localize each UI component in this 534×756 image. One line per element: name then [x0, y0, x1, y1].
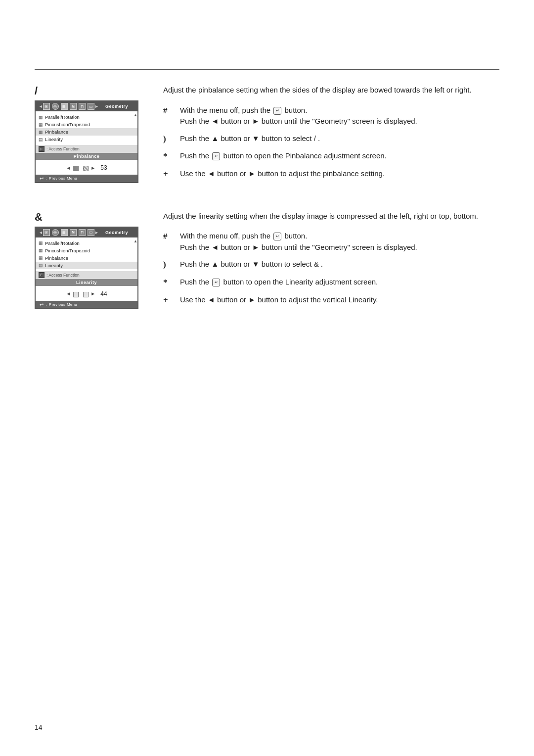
item-icon-2-1: ▦	[39, 240, 43, 245]
monitor-box-linearity: ◄ ⊞ ◎ ▦ M ⊓ ▭ ► Geometry	[35, 227, 138, 309]
monitor-icon-2-6: ▭	[88, 229, 94, 236]
monitor-icon-1: ⊞	[43, 103, 50, 110]
section-pinbalance: / ◄ ⊞ ◎ ▦ M ⊓ ▭ ► Geometry	[35, 85, 499, 186]
monitor-access-bar-1: F : Access Function	[36, 145, 137, 153]
monitor-panel-linearity: & ◄ ⊞ ◎ ▦ M ⊓ ▭ ► Geometry	[35, 211, 138, 309]
menu-item-parallel-2: ▦ Parallel/Rotation	[36, 239, 83, 247]
step-item-4a: + Use the ◄ button or ► button to adjust…	[163, 168, 499, 180]
step-text-3a: Push the ↵ button to open the Pinbalance…	[180, 150, 387, 162]
monitor-submenu-title-2: Linearity	[36, 279, 137, 286]
monitor-menu-list-1: ▦ Parallel/Rotation ▲ ▦ Pincushion/Trape…	[36, 111, 137, 145]
prev-menu-label-1: :	[45, 176, 47, 181]
menu-row-1: ▦ Parallel/Rotation ▲	[36, 113, 137, 121]
enter-btn-3a: ↵	[212, 152, 220, 160]
prev-menu-text-2: Previous Menu	[49, 302, 77, 307]
menu-item-lin-1: ▤ Linearity	[36, 136, 137, 143]
value-shape-right-1: ▧	[83, 164, 89, 172]
monitor-access-bar-2: F : Access Function	[36, 271, 137, 279]
step-marker-2b: )	[163, 259, 174, 271]
instructions-panel-pinbalance: Adjust the pinbalance setting when the s…	[163, 85, 499, 186]
monitor-icon-2-3: ▦	[61, 229, 68, 236]
menu-item-pinbal-2: ▦ Pinbalance	[36, 254, 137, 262]
monitor-icon-4: M	[70, 103, 77, 110]
monitor-submenu-title-1: Pinbalance	[36, 153, 137, 160]
access-icon-2: F	[39, 272, 44, 278]
value-shape-left-2: ▤	[73, 290, 79, 298]
instructions-panel-linearity: Adjust the linearity setting when the di…	[163, 211, 499, 312]
step-marker-2a: )	[163, 133, 174, 145]
menu-label-pinbal-1: Pinbalance	[45, 129, 68, 135]
step-marker-3b: *	[163, 277, 174, 288]
step-text-4a: Use the ◄ button or ► button to adjust t…	[180, 168, 385, 180]
step-text-4b: Use the ◄ button or ► button to adjust t…	[180, 294, 378, 306]
monitor-icon-2-1: ⊞	[43, 229, 50, 236]
step-item-1a: # With the menu off, push the ↵ button. …	[163, 105, 499, 127]
step-text-2a: Push the ▲ button or ▼ button to select …	[180, 133, 320, 144]
value-bar-1: ▥ ▧	[73, 164, 89, 172]
scroll-up-2: ▲	[134, 239, 137, 247]
monitor-value-area-1: ◄ ▥ ▧ ► 53	[36, 160, 137, 175]
menu-item-lin-2: ▤ Linearity	[36, 262, 137, 269]
monitor-icon-2-2: ◎	[52, 229, 59, 236]
step-text-1b: With the menu off, push the ↵ button. Pu…	[180, 231, 417, 253]
enter-btn-1b: ↵	[273, 233, 281, 240]
menu-item-pinbal-1: ▦ Pinbalance	[36, 128, 137, 136]
section-symbol-linearity: &	[35, 211, 138, 224]
menu-item-parallel-1: ▦ Parallel/Rotation	[36, 113, 83, 121]
menu-label-parallel-2: Parallel/Rotation	[45, 240, 80, 246]
enter-btn-3b: ↵	[212, 279, 220, 286]
monitor-icon-2: ◎	[52, 103, 59, 110]
monitor-arrow-left-icon-2: ◄	[39, 230, 43, 235]
monitor-arrow-right-icon: ►	[94, 104, 99, 109]
item-icon-2-4: ▤	[39, 263, 43, 268]
section-linearity: & ◄ ⊞ ◎ ▦ M ⊓ ▭ ► Geometry	[35, 211, 499, 312]
page-container: / ◄ ⊞ ◎ ▦ M ⊓ ▭ ► Geometry	[0, 0, 534, 756]
step-marker-4b: +	[163, 294, 174, 306]
access-label-1: : Access Function	[46, 146, 80, 151]
value-number-1: 53	[100, 164, 107, 171]
monitor-prev-menu-1: ↩ : Previous Menu	[36, 175, 137, 182]
menu-label-pinc-2: Pincushion/Trapezoid	[45, 248, 90, 253]
monitor-value-area-2: ◄ ▤ ▤ ► 44	[36, 286, 137, 301]
prev-icon-2: ↩	[40, 302, 44, 307]
item-icon-1: ▦	[39, 115, 43, 120]
monitor-arrow-left-icon: ◄	[39, 104, 43, 109]
monitor-box-pinbalance: ◄ ⊞ ◎ ▦ M ⊓ ▭ ► Geometry	[35, 100, 138, 183]
monitor-geometry-title-2: Geometry	[99, 230, 134, 235]
prev-menu-text-1: Previous Menu	[49, 176, 77, 181]
menu-item-pinc-1: ▦ Pincushion/Trapezoid	[36, 121, 137, 128]
monitor-menu-list-2: ▦ Parallel/Rotation ▲ ▦ Pincushion/Trape…	[36, 237, 137, 271]
access-label-2: : Access Function	[46, 273, 80, 278]
monitor-icon-5: ⊓	[79, 103, 86, 110]
step-marker-4a: +	[163, 168, 174, 180]
item-icon-4: ▤	[39, 137, 43, 142]
step-text-3b: Push the ↵ button to open the Linearity …	[180, 277, 378, 288]
monitor-arrow-right-icon-2: ►	[94, 230, 99, 235]
monitor-icons-2: ⊞ ◎ ▦ M ⊓ ▭	[43, 229, 94, 236]
value-arrow-right-2: ►	[90, 291, 95, 296]
menu-label-lin-1: Linearity	[45, 137, 63, 142]
intro-text-pinbalance: Adjust the pinbalance setting when the s…	[163, 85, 499, 96]
value-bar-2: ▤ ▤	[73, 290, 89, 298]
item-icon-3: ▦	[39, 130, 43, 135]
monitor-prev-menu-2: ↩ : Previous Menu	[36, 301, 137, 308]
monitor-icon-2-5: ⊓	[79, 229, 86, 236]
monitor-top-bar-2: ◄ ⊞ ◎ ▦ M ⊓ ▭ ► Geometry	[36, 228, 137, 237]
menu-label-pinbal-2: Pinbalance	[45, 255, 68, 261]
step-list-linearity: # With the menu off, push the ↵ button. …	[163, 231, 499, 306]
step-text-2b: Push the ▲ button or ▼ button to select …	[180, 259, 323, 270]
monitor-icon-2-4: M	[70, 229, 77, 236]
monitor-geometry-title-1: Geometry	[99, 104, 134, 109]
item-icon-2-2: ▦	[39, 248, 43, 253]
step-marker-1a: #	[163, 105, 174, 117]
value-shape-right-2: ▤	[83, 290, 89, 298]
step-text-1a: With the menu off, push the ↵ button. Pu…	[180, 105, 417, 127]
menu-label-lin-2: Linearity	[45, 263, 63, 268]
item-icon-2: ▦	[39, 122, 43, 127]
menu-label-parallel-1: Parallel/Rotation	[45, 114, 80, 120]
monitor-icon-6: ▭	[88, 103, 94, 110]
monitor-top-bar: ◄ ⊞ ◎ ▦ M ⊓ ▭ ► Geometry	[36, 101, 137, 111]
menu-item-pinc-2: ▦ Pincushion/Trapezoid	[36, 247, 137, 254]
menu-label-pinc-1: Pincushion/Trapezoid	[45, 122, 90, 127]
step-item-3a: * Push the ↵ button to open the Pinbalan…	[163, 150, 499, 162]
